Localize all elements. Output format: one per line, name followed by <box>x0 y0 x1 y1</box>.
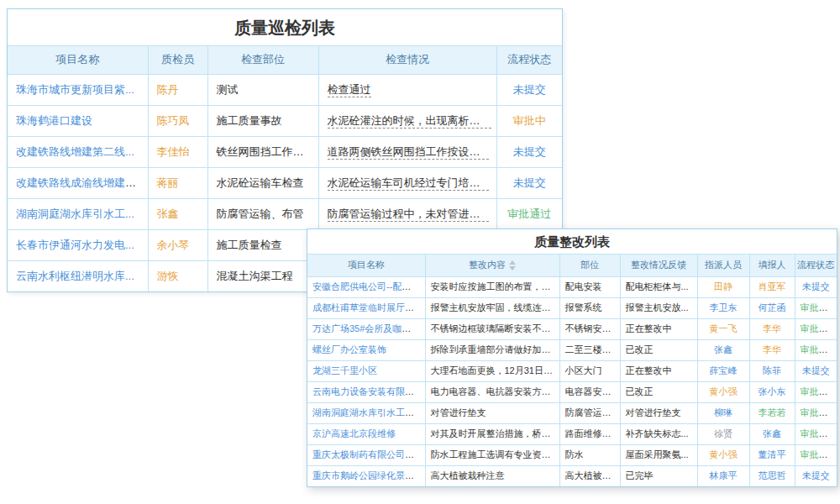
rectify-content: 不锈钢边框玻璃隔断安装不平... <box>425 318 559 339</box>
rectify-table: 项目名称 整改内容 部位 整改情况反馈 指派人员 填报人 流程状态 安徽合肥供电… <box>307 255 837 486</box>
project-link[interactable]: 成都杜甫草堂临时展厅独立展... <box>307 297 425 318</box>
project-link[interactable]: 长春市伊通河水力发电... <box>8 229 148 260</box>
rectify-feedback: 已改正 <box>620 381 697 402</box>
rectify-row: 重庆太极制药有限公司亳州中...防水工程施工选调有专业资质...防水屋面采用聚氨… <box>307 444 837 465</box>
rectify-content: 对管进行垫支 <box>425 402 559 423</box>
inspector-name: 余小琴 <box>148 229 207 260</box>
col-header-content[interactable]: 整改内容 <box>425 255 559 276</box>
inspection-part: 施工质量事故 <box>207 105 318 136</box>
rectify-row: 万达广场35#会所及咖啡厅空...不锈钢边框玻璃隔断安装不平...不锈钢安装..… <box>307 318 837 339</box>
project-link[interactable]: 湖南洞庭湖水库引水工... <box>8 198 148 229</box>
rectify-feedback: 补齐缺失标志... <box>620 423 697 444</box>
rectify-content: 大理石地面更换，12月31日之... <box>425 360 559 381</box>
rectify-table-card: 质量整改列表 项目名称 整改内容 部位 整改情况反馈 指派人员 填报人 流程状态… <box>307 228 837 487</box>
process-status: 审批通过 <box>795 423 837 444</box>
reporter-name: 张鑫 <box>749 423 795 444</box>
rectify-part: 电容器安装... <box>559 381 620 402</box>
rectify-row: 云南电力设备安装有限公司20...电力电容器、电抗器安装方案...电容器安装..… <box>307 381 837 402</box>
process-status: 未提交 <box>496 74 562 105</box>
inspection-row: 湖南洞庭湖水库引水工...张鑫防腐管运输、布管防腐管运输过程中，未对管进行...… <box>8 198 562 229</box>
inspection-header-row: 项目名称 质检员 检查部位 检查情况 流程状态 <box>8 46 562 74</box>
process-status: 审批通过 <box>795 444 837 465</box>
rectify-feedback: 对管进行垫支 <box>620 402 697 423</box>
inspection-part: 施工质量检查 <box>207 229 318 260</box>
rectify-part: 报警系统 <box>559 297 620 318</box>
col-header-situation: 检查情况 <box>318 46 496 74</box>
rectify-part: 二至三楼混... <box>559 339 620 360</box>
col-header-project: 项目名称 <box>307 255 425 276</box>
project-link[interactable]: 重庆市鹅岭公园绿化景观提升... <box>307 465 425 486</box>
assignee-name: 张鑫 <box>697 339 749 360</box>
rectify-content: 电力电容器、电抗器安装方案... <box>425 381 559 402</box>
inspector-name: 游恢 <box>148 260 207 291</box>
rectify-header-row: 项目名称 整改内容 部位 整改情况反馈 指派人员 填报人 流程状态 <box>307 255 837 276</box>
rectify-feedback: 配电柜柜体与... <box>620 276 697 297</box>
rectify-table-title: 质量整改列表 <box>307 229 837 255</box>
process-status: 审批通过 <box>795 318 837 339</box>
rectify-feedback: 正在整改中 <box>620 318 697 339</box>
rectify-feedback: 屋面采用聚氨... <box>620 444 697 465</box>
project-link[interactable]: 珠海市城市更新项目紫... <box>8 74 148 105</box>
project-link[interactable]: 京沪高速北京段维修 <box>307 423 425 444</box>
reporter-name: 李若若 <box>749 402 795 423</box>
reporter-name: 张小东 <box>749 381 795 402</box>
inspection-row: 改建铁路线成渝线增建第...蒋丽水泥砼运输车检查水泥砼运输车司机经过专门培训..… <box>8 167 562 198</box>
project-link[interactable]: 珠海鹤港口建设 <box>8 105 148 136</box>
rectify-part: 高大植被栽种 <box>559 465 620 486</box>
inspector-name: 陈丹 <box>148 74 207 105</box>
col-header-status: 流程状态 <box>795 255 837 276</box>
inspector-name: 蒋丽 <box>148 167 207 198</box>
rectify-part: 防水 <box>559 444 620 465</box>
rectify-content: 安装时应按施工图的布置，将... <box>425 276 559 297</box>
assignee-name: 黄小强 <box>697 444 749 465</box>
inspector-name: 李佳怡 <box>148 136 207 167</box>
inspection-table-title: 质量巡检列表 <box>8 9 562 46</box>
col-header-assignee: 指派人员 <box>697 255 749 276</box>
sort-caret-icon[interactable] <box>509 260 516 270</box>
assignee-name: 田静 <box>697 276 749 297</box>
rectify-feedback: 报警主机安放... <box>620 297 697 318</box>
assignee-name: 黄一飞 <box>697 318 749 339</box>
col-header-content-label: 整改内容 <box>469 260 506 270</box>
reporter-name: 何芷函 <box>749 297 795 318</box>
rectify-row: 湖南洞庭湖水库引水工程施工1标对管进行垫支防腐管运输...对管进行垫支柳琳李若若… <box>307 402 837 423</box>
rectify-row: 螺丝厂办公室装饰拆除到承重墙部分请做好加固...二至三楼混...已改正张鑫李华审… <box>307 339 837 360</box>
reporter-name: 范思哲 <box>749 465 795 486</box>
process-status: 未提交 <box>795 465 837 486</box>
process-status: 未提交 <box>496 167 562 198</box>
project-link[interactable]: 云南电力设备安装有限公司20... <box>307 381 425 402</box>
rectify-part: 小区大门 <box>559 360 620 381</box>
inspection-part: 水泥砼运输车检查 <box>207 167 318 198</box>
inspection-situation: 防腐管运输过程中，未对管进行... <box>318 198 496 229</box>
project-link[interactable]: 改建铁路线成渝线增建第... <box>8 167 148 198</box>
project-link[interactable]: 螺丝厂办公室装饰 <box>307 339 425 360</box>
project-link[interactable]: 万达广场35#会所及咖啡厅空... <box>307 318 425 339</box>
assignee-name: 徐贤 <box>697 423 749 444</box>
project-link[interactable]: 湖南洞庭湖水库引水工程施工1标 <box>307 402 425 423</box>
project-link[interactable]: 龙湖三千里小区 <box>307 360 425 381</box>
col-header-status: 流程状态 <box>496 46 562 74</box>
inspection-part: 铁丝网围挡工作检查 <box>207 136 318 167</box>
rectify-part: 配电安装 <box>559 276 620 297</box>
rectify-part: 不锈钢安装... <box>559 318 620 339</box>
rectify-feedback: 正在整改中 <box>620 360 697 381</box>
rectify-part: 路面维修检... <box>559 423 620 444</box>
col-header-inspector: 质检员 <box>148 46 207 74</box>
project-link[interactable]: 改建铁路线增建第二线... <box>8 136 148 167</box>
project-link[interactable]: 重庆太极制药有限公司亳州中... <box>307 444 425 465</box>
rectify-content: 防水工程施工选调有专业资质... <box>425 444 559 465</box>
inspection-situation: 水泥砼灌注的时候，出现离析现象 <box>318 105 496 136</box>
inspection-situation: 道路两侧铁丝网围挡工作按设计... <box>318 136 496 167</box>
inspection-situation: 水泥砼运输车司机经过专门培训... <box>318 167 496 198</box>
inspection-part: 测试 <box>207 74 318 105</box>
project-link[interactable]: 安徽合肥供电公司--配电设备... <box>307 276 425 297</box>
process-status: 未提交 <box>496 136 562 167</box>
rectify-row: 龙湖三千里小区大理石地面更换，12月31日之...小区大门正在整改中薛宝峰陈菲未… <box>307 360 837 381</box>
process-status: 未提交 <box>795 276 837 297</box>
assignee-name: 柳琳 <box>697 402 749 423</box>
assignee-name: 黄小强 <box>697 381 749 402</box>
reporter-name: 李华 <box>749 339 795 360</box>
project-link[interactable]: 云南水利枢纽潜明水库... <box>8 260 148 291</box>
rectify-content: 拆除到承重墙部分请做好加固... <box>425 339 559 360</box>
assignee-name: 林康平 <box>697 465 749 486</box>
